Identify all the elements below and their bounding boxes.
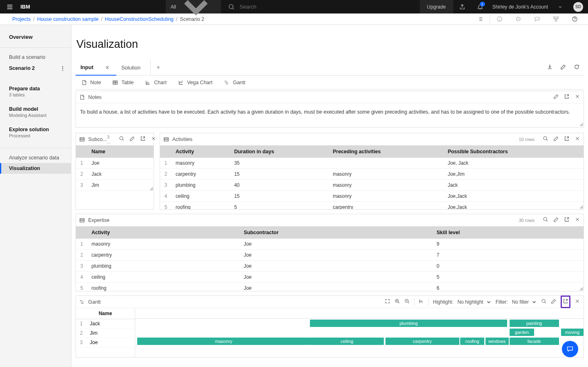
list-view-button[interactable] <box>471 13 490 25</box>
table-row[interactable]: 4ceiling15masonryJoe,Jack <box>160 191 584 202</box>
search-button[interactable] <box>541 298 547 305</box>
gantt-bar[interactable]: garden <box>510 329 534 336</box>
table-row[interactable]: 3plumbing40masonryJack <box>160 180 584 191</box>
gantt-bar[interactable]: windows <box>486 338 509 345</box>
close-button[interactable] <box>151 136 156 143</box>
breadcrumb-link[interactable]: HouseConstructionScheduling <box>105 16 174 22</box>
layout-button[interactable] <box>419 298 424 305</box>
table-row[interactable]: 1Joe <box>76 158 154 169</box>
notes-body[interactable]: To build a house, a list of activities h… <box>76 103 584 127</box>
col-subcontractor[interactable]: Subcontractor <box>240 226 432 239</box>
search-input[interactable] <box>240 4 362 10</box>
add-vega-chart-button[interactable]: Vega Chart <box>172 76 218 89</box>
comments-button[interactable] <box>528 13 546 25</box>
expertise-table[interactable]: Activity Subcontractor Skill level 1maso… <box>76 226 584 291</box>
search-button[interactable] <box>543 136 548 143</box>
sidebar-overview[interactable]: Overview <box>0 31 71 46</box>
download-button[interactable] <box>547 64 553 72</box>
search-button[interactable] <box>543 217 548 224</box>
table-row[interactable]: 3plumbingJoe0 <box>76 261 584 272</box>
gantt-bar[interactable]: carpentry <box>385 338 459 345</box>
flows-button[interactable] <box>546 13 565 25</box>
close-button[interactable] <box>575 94 580 101</box>
edit-button[interactable] <box>553 94 559 101</box>
breadcrumb-link[interactable]: House construction sample <box>37 16 99 22</box>
sidebar-visualization[interactable]: Visualization <box>0 163 71 174</box>
tab-close-icon[interactable]: × <box>106 64 109 71</box>
tab-solution[interactable]: Solution <box>116 60 148 75</box>
expand-button[interactable] <box>564 217 570 224</box>
col-possible-subs[interactable]: Possible Subcontractors <box>443 145 584 158</box>
col-skill-level[interactable]: Skill level <box>432 226 584 239</box>
notifications-button[interactable]: 1 <box>471 0 489 13</box>
edit-button[interactable] <box>560 64 566 72</box>
filter-dropdown[interactable]: No filter <box>512 299 537 305</box>
col-activity[interactable]: Activity <box>87 226 240 239</box>
history-button[interactable] <box>509 13 528 25</box>
table-row[interactable]: 4ceilingJoe5 <box>76 272 584 283</box>
table-row[interactable]: 1masonryJoe9 <box>76 239 584 250</box>
activities-table[interactable]: Activity Duration in days Preceding acti… <box>160 145 584 209</box>
refresh-button[interactable] <box>574 64 580 72</box>
add-gantt-button[interactable]: Gantt <box>218 76 251 89</box>
account-dropdown[interactable]: Shirley de Jonk's Account <box>489 4 568 10</box>
category-dropdown[interactable]: All <box>166 0 221 13</box>
gantt-row-joe[interactable]: masonryceilingcarpentryroofingwindowsfac… <box>135 337 584 346</box>
expand-button[interactable] <box>564 136 570 143</box>
zoom-in-button[interactable] <box>394 298 400 305</box>
sidebar-prepare-data[interactable]: Prepare data 3 tables <box>0 83 71 100</box>
col-name[interactable]: Name <box>87 145 154 158</box>
search-button[interactable] <box>119 136 125 143</box>
close-button[interactable] <box>575 136 580 143</box>
table-row[interactable]: 2Jack <box>76 169 154 180</box>
col-activity[interactable]: Activity <box>172 145 230 158</box>
sidebar-scenario[interactable]: Scenario 2 ⋮ <box>0 63 71 74</box>
tab-input[interactable]: Input × <box>76 60 116 76</box>
gantt-name-header[interactable]: Name <box>76 308 135 319</box>
gantt-bar[interactable]: plumbing <box>310 320 507 327</box>
highlight-dropdown[interactable]: No highlight <box>457 299 491 305</box>
kebab-icon[interactable]: ⋮ <box>60 65 65 71</box>
edit-button[interactable] <box>129 136 135 143</box>
sidebar-build-model[interactable]: Build model Modeling Assistant <box>0 104 71 120</box>
subcontractors-table[interactable]: Name 1Joe 2Jack 3Jim <box>76 145 154 191</box>
share-button[interactable] <box>453 0 471 13</box>
gantt-bar[interactable]: moving <box>561 329 584 336</box>
col-duration[interactable]: Duration in days <box>230 145 329 158</box>
gantt-bar[interactable]: ceiling <box>310 338 384 345</box>
table-row[interactable]: 2carpentry15masonryJoe,Jim <box>160 169 584 180</box>
gantt-bar[interactable]: roofing <box>460 338 484 345</box>
tab-add-button[interactable]: + <box>150 60 166 75</box>
expand-button[interactable] <box>140 136 146 143</box>
close-button[interactable] <box>575 298 580 305</box>
table-row[interactable]: 1masonry35Joe, Jack <box>160 158 584 169</box>
edit-button[interactable] <box>553 217 559 224</box>
brand-logo[interactable]: IBM <box>20 4 35 10</box>
global-search[interactable] <box>221 0 420 13</box>
gantt-row-jim[interactable]: gardenmoving <box>135 328 584 337</box>
highlighted-expand-button[interactable] <box>561 295 570 308</box>
col-preceding[interactable]: Preceding activities <box>329 145 443 158</box>
gantt-row-jack[interactable]: plumbingpainting <box>135 319 584 328</box>
table-row[interactable]: 5roofing5carpentryJoe,Jack <box>160 202 584 210</box>
sidebar-build-scenario[interactable]: Build a scenario <box>0 52 71 63</box>
edit-button[interactable] <box>551 298 557 305</box>
table-row[interactable]: 5roofingJoe6 <box>76 283 584 291</box>
add-chart-button[interactable]: Chart <box>139 76 172 89</box>
breadcrumb-link[interactable]: Projects <box>12 16 31 22</box>
chat-fab[interactable] <box>562 341 578 357</box>
upgrade-button[interactable]: Upgrade <box>420 0 453 13</box>
add-table-button[interactable]: Table <box>107 76 139 89</box>
sidebar-explore-solution[interactable]: Explore solution Processed <box>0 124 71 141</box>
expand-button[interactable] <box>564 94 570 101</box>
gantt-resource-row[interactable]: 2Jim <box>76 329 135 338</box>
gantt-resource-table[interactable]: Name 1Jack 2Jim 3Joe <box>76 308 135 347</box>
add-note-button[interactable]: Note <box>76 76 107 89</box>
sidebar-analyze[interactable]: Analyze scenario data <box>0 152 71 163</box>
gantt-resource-row[interactable]: 3Joe <box>76 338 135 347</box>
gantt-bar[interactable]: masonry <box>137 338 310 345</box>
zoom-out-button[interactable] <box>404 298 410 305</box>
edit-button[interactable] <box>553 136 559 143</box>
help-button[interactable] <box>565 13 584 25</box>
table-row[interactable]: 2carpentryJoe7 <box>76 250 584 261</box>
